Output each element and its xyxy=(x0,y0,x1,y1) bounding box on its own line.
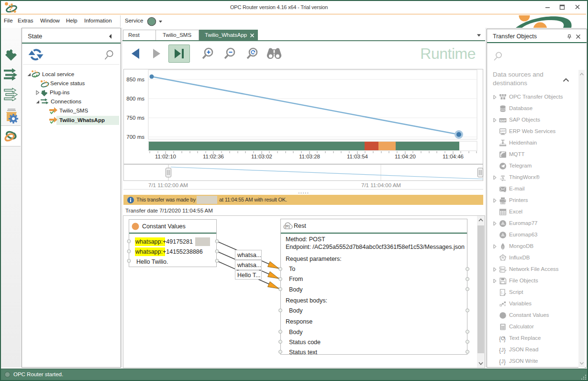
svg-text:11:03:54: 11:03:54 xyxy=(347,154,368,159)
svg-text:11:02:36: 11:02:36 xyxy=(203,154,224,159)
svg-text:750 ms: 750 ms xyxy=(126,115,144,121)
svg-text:J: J xyxy=(501,359,504,364)
svg-text:11:04:20: 11:04:20 xyxy=(395,154,416,159)
svg-text:11:03:28: 11:03:28 xyxy=(299,154,320,159)
svg-text:800 ms: 800 ms xyxy=(126,96,144,101)
svg-text:11:03:02: 11:03:02 xyxy=(251,154,272,159)
svg-text:11:02:10: 11:02:10 xyxy=(155,154,176,159)
svg-text:}: } xyxy=(504,347,506,354)
svg-text:}: } xyxy=(504,359,506,365)
svg-text:{..: {.. xyxy=(501,291,504,294)
svg-text:SAP: SAP xyxy=(500,119,506,122)
svg-text:{R}: {R} xyxy=(285,224,290,228)
svg-text:}: } xyxy=(504,336,506,342)
svg-text:850 ms: 850 ms xyxy=(126,77,144,82)
svg-text:700 ms: 700 ms xyxy=(126,134,144,140)
svg-text:J: J xyxy=(501,347,504,353)
svg-text:ERP: ERP xyxy=(500,130,505,133)
svg-text:{: { xyxy=(499,347,501,354)
svg-text:11:04:46: 11:04:46 xyxy=(443,154,464,159)
svg-text:{: { xyxy=(499,359,501,365)
svg-text:{: { xyxy=(499,336,501,342)
